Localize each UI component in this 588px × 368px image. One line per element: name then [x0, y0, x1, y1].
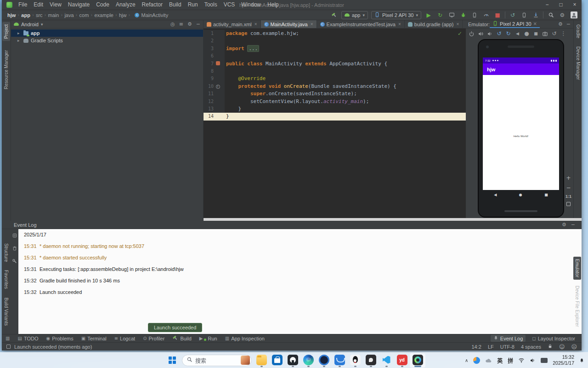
breadcrumb-item[interactable]: src — [36, 12, 43, 18]
close-icon[interactable]: × — [533, 21, 537, 26]
profile-avatar-icon[interactable] — [570, 11, 578, 19]
gear-icon[interactable]: ⚙ — [562, 222, 566, 228]
nav-overview-button[interactable]: ■ — [544, 193, 548, 197]
gear-icon[interactable]: ⚙ — [187, 21, 192, 27]
gear-icon[interactable]: ⚙ — [558, 21, 563, 27]
taskbar-app-visual-studio[interactable] — [379, 353, 394, 368]
stripe-button-project[interactable]: Project — [2, 22, 10, 41]
notifications-bell-icon[interactable] — [579, 358, 584, 363]
code-line[interactable]: 10↑ protected void onCreate(Bundle saved… — [204, 83, 466, 90]
wifi-icon[interactable] — [518, 357, 525, 363]
build-hammer-icon[interactable] — [330, 11, 338, 19]
toolbutton-event-log[interactable]: Event Log — [491, 335, 526, 342]
breadcrumb-item[interactable]: java — [64, 12, 74, 18]
more-vertical-icon[interactable]: ⋮ — [560, 30, 567, 38]
close-icon[interactable]: × — [398, 22, 401, 27]
expand-arrow-icon[interactable]: ▸ — [17, 38, 21, 43]
snapshots-icon[interactable]: ↺ — [550, 30, 558, 38]
stop-icon[interactable]: ■ — [493, 11, 502, 19]
taskbar-app-qq[interactable] — [347, 353, 363, 368]
nav-back-button[interactable]: ◀ — [494, 193, 497, 197]
apply-code-changes-icon[interactable] — [447, 11, 456, 19]
override-gutter-icon[interactable]: ↑ — [216, 85, 220, 89]
inspection-ok-icon[interactable]: ✓ — [458, 30, 462, 37]
stripe-button-gradle[interactable]: Gradle — [574, 22, 582, 40]
screenshot-icon[interactable] — [541, 30, 549, 38]
taskbar-app-youdao[interactable]: yd — [394, 353, 410, 368]
breadcrumb-item[interactable]: app — [21, 12, 30, 18]
code-line[interactable]: 13 } — [204, 105, 466, 113]
code-editor[interactable]: ✓ 1package com.example.hjw;23import ...6… — [204, 29, 466, 221]
code-line[interactable]: 7public class MainActivity extends AppCo… — [204, 60, 466, 68]
search-everywhere-icon[interactable] — [547, 11, 555, 19]
filter-icon[interactable] — [12, 233, 17, 240]
rotate-right-icon[interactable]: ↻ — [504, 30, 512, 38]
select-opened-file-icon[interactable]: ◎ — [170, 21, 175, 27]
volume-up-icon[interactable] — [477, 30, 485, 38]
window-close-button[interactable]: × — [568, 0, 582, 10]
zoom-in-button[interactable]: + — [566, 175, 571, 181]
menu-navigate[interactable]: Navigate — [65, 0, 93, 10]
toolwindow-switcher-icon[interactable]: ▥ — [6, 336, 10, 341]
device-dropdown[interactable]: Pixel 2 API 30 ▾ — [371, 11, 421, 19]
breadcrumb-item[interactable]: MainActivity — [141, 12, 168, 18]
taskbar-search[interactable]: 搜索 — [182, 355, 252, 366]
touch-keyboard-icon[interactable] — [541, 358, 548, 363]
code-line[interactable]: 11 super.onCreate(savedInstanceState); — [204, 90, 466, 98]
caret-position[interactable]: 14:2 — [472, 344, 481, 350]
taskbar-app-file-explorer[interactable] — [254, 353, 269, 368]
toolbutton-terminal[interactable]: ▣Terminal — [81, 335, 107, 342]
hide-panel-icon[interactable]: − — [571, 222, 575, 228]
toolbutton-profiler[interactable]: ⊙Profiler — [143, 335, 164, 342]
code-line[interactable]: 9 @Override — [204, 75, 466, 82]
feedback-negative-icon[interactable]: ☹ — [571, 344, 577, 350]
expand-arrow-icon[interactable]: ▸ — [17, 31, 21, 35]
toolbutton-problems[interactable]: ◉Problems — [46, 335, 73, 342]
file-encoding[interactable]: UTF-8 — [500, 344, 514, 350]
menu-view[interactable]: View — [46, 0, 65, 10]
volume-icon[interactable] — [530, 357, 536, 363]
close-icon[interactable]: × — [311, 22, 313, 27]
taskbar-app-microsoft-store[interactable] — [269, 353, 285, 368]
menu-window[interactable]: Window — [238, 0, 264, 10]
toolbutton-app-inspection[interactable]: ▥App Inspection — [225, 335, 265, 342]
tab-activity-main-xml[interactable]: activity_main.xml× — [204, 20, 261, 28]
overview-icon[interactable]: ■ — [532, 30, 540, 38]
run-config-dropdown[interactable]: app ▾ — [341, 11, 368, 19]
close-icon[interactable]: × — [456, 22, 459, 27]
breadcrumb-item[interactable]: example — [94, 12, 113, 18]
device-manager-icon[interactable] — [520, 11, 528, 19]
menu-tools[interactable]: Tools — [201, 0, 220, 10]
code-line[interactable]: 3import ... — [204, 45, 466, 52]
taskbar-app-dev-circle[interactable] — [316, 353, 332, 368]
power-icon[interactable] — [468, 30, 475, 38]
menu-run[interactable]: Run — [185, 0, 201, 10]
attach-debugger-icon[interactable] — [470, 11, 479, 19]
ime-pinyin-indicator[interactable]: 拼 — [508, 356, 513, 364]
close-icon[interactable]: × — [254, 22, 257, 27]
stripe-button-build-variants[interactable]: Build Variants — [2, 295, 10, 328]
taskbar-app-microsoft-edge[interactable] — [300, 353, 316, 368]
code-line[interactable]: 8 — [204, 68, 466, 75]
ime-english-indicator[interactable]: 英 — [497, 356, 503, 364]
phone-screen[interactable]: 7:32 hjw Hello World! — [483, 58, 559, 190]
start-button[interactable] — [164, 353, 180, 367]
stripe-button-emulator[interactable]: Emulator — [573, 257, 581, 280]
tab-exampleinstrumentedtest-java[interactable]: C ExampleInstrumentedTest.java× — [317, 20, 405, 28]
log-settings-icon[interactable] — [12, 259, 17, 265]
breadcrumb-item[interactable]: hjw — [7, 12, 16, 18]
tray-clock[interactable]: 15:322025/1/17 — [553, 354, 574, 366]
menu-vcs[interactable]: VCS — [220, 0, 238, 10]
tree-item-gradle-scripts[interactable]: ▸ Gradle Scripts — [11, 37, 203, 44]
feedback-positive-icon[interactable]: ☺ — [559, 344, 565, 350]
stripe-button-device-manager[interactable]: Device Manager — [574, 44, 582, 82]
collapse-all-icon[interactable]: ≡ — [179, 21, 183, 27]
back-icon[interactable]: ◀ — [514, 30, 521, 38]
stripe-button-favorites[interactable]: Favorites — [2, 268, 10, 291]
sync-project-icon[interactable]: ↺ — [509, 11, 517, 19]
toolwindow-toggle-icon[interactable] — [6, 345, 11, 349]
code-line[interactable]: 14} — [204, 113, 466, 120]
taskbar-app-github-desktop[interactable] — [285, 353, 300, 368]
stripe-button-resource-manager[interactable]: Resource Manager — [2, 48, 10, 92]
profile-icon[interactable] — [482, 11, 490, 19]
